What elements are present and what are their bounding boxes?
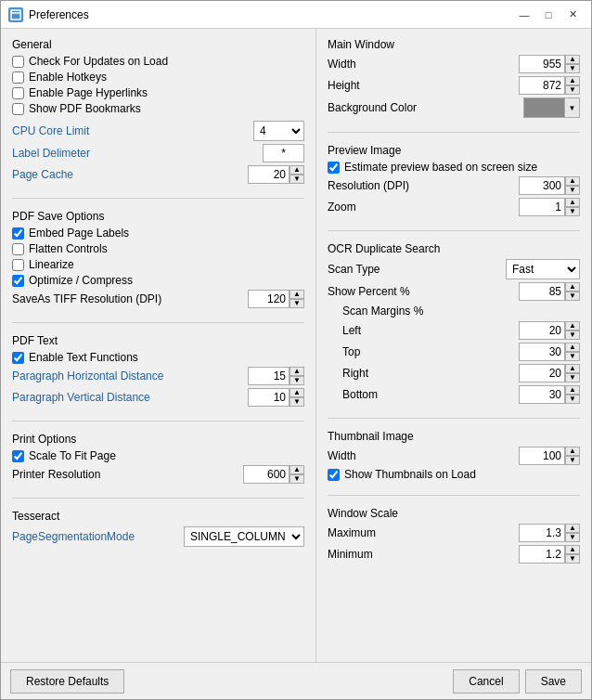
minimize-button[interactable]: — xyxy=(513,6,535,24)
margin-right-input[interactable] xyxy=(519,364,565,382)
saveas-tiff-down[interactable]: ▼ xyxy=(290,299,304,308)
cpu-core-select[interactable]: 4128 xyxy=(253,121,304,141)
enable-text-fn-checkbox[interactable] xyxy=(12,352,24,364)
thumb-width-input[interactable] xyxy=(519,447,565,465)
margin-top-spin: ▲ ▼ xyxy=(519,343,580,361)
ws-min-input[interactable] xyxy=(519,545,565,564)
para-horiz-input[interactable] xyxy=(248,367,290,385)
pi-resolution-down[interactable]: ▼ xyxy=(565,186,580,195)
margin-right-row: Right ▲ ▼ xyxy=(342,364,580,382)
page-cache-input[interactable] xyxy=(248,165,290,184)
cancel-button[interactable]: Cancel xyxy=(453,669,519,694)
para-horiz-up[interactable]: ▲ xyxy=(290,367,304,376)
show-percent-down[interactable]: ▼ xyxy=(565,292,580,301)
page-seg-label: PageSegmentationMode xyxy=(12,530,184,543)
margin-right-label: Right xyxy=(342,367,519,380)
ws-min-down[interactable]: ▼ xyxy=(565,554,580,564)
ws-max-input[interactable] xyxy=(519,524,565,542)
mw-height-down[interactable]: ▼ xyxy=(565,85,580,95)
save-button[interactable]: Save xyxy=(525,669,582,694)
mw-width-up[interactable]: ▲ xyxy=(565,55,580,64)
maximize-button[interactable]: □ xyxy=(537,6,560,24)
margin-right-down[interactable]: ▼ xyxy=(565,373,580,382)
pi-resolution-up[interactable]: ▲ xyxy=(565,176,580,186)
estimate-preview-checkbox[interactable] xyxy=(328,162,340,174)
show-thumbnails-checkbox[interactable] xyxy=(328,469,340,481)
optimize-checkbox[interactable] xyxy=(12,275,24,287)
title-bar: Preferences — □ ✕ xyxy=(1,1,591,29)
scale-fit-row: Scale To Fit Page xyxy=(12,449,304,462)
scan-type-dropdown[interactable]: FastNormalThorough xyxy=(506,259,580,279)
embed-labels-checkbox[interactable] xyxy=(12,227,24,240)
cpu-core-dropdown[interactable]: 4128 xyxy=(253,121,304,141)
svg-rect-0 xyxy=(11,10,20,19)
page-cache-down[interactable]: ▼ xyxy=(290,175,304,184)
printer-res-up[interactable]: ▲ xyxy=(290,465,304,474)
divider-4 xyxy=(12,498,304,499)
mw-width-down[interactable]: ▼ xyxy=(565,64,580,73)
margin-bottom-input[interactable] xyxy=(519,385,565,404)
ws-max-up[interactable]: ▲ xyxy=(565,524,580,533)
printer-res-input[interactable] xyxy=(243,465,290,484)
pi-zoom-down[interactable]: ▼ xyxy=(565,207,580,216)
saveas-tiff-up[interactable]: ▲ xyxy=(290,290,304,299)
margin-left-up[interactable]: ▲ xyxy=(565,321,580,331)
para-vert-input[interactable] xyxy=(248,388,290,407)
show-bookmarks-checkbox[interactable] xyxy=(12,103,24,115)
thumb-width-label: Width xyxy=(328,449,519,462)
bg-color-dropdown-btn[interactable]: ▼ xyxy=(565,97,580,118)
printer-res-spin: ▲ ▼ xyxy=(243,465,304,484)
margin-right-up[interactable]: ▲ xyxy=(565,364,580,373)
pi-zoom-up[interactable]: ▲ xyxy=(565,198,580,207)
bg-color-swatch[interactable] xyxy=(523,97,565,118)
thumb-width-up[interactable]: ▲ xyxy=(565,447,580,456)
check-updates-checkbox[interactable] xyxy=(12,56,24,68)
mw-height-input[interactable] xyxy=(519,76,565,95)
mw-width-spin: ▲ ▼ xyxy=(519,55,580,73)
restore-defaults-button[interactable]: Restore Defaults xyxy=(10,669,124,694)
mw-width-input[interactable] xyxy=(519,55,565,73)
thumb-width-down[interactable]: ▼ xyxy=(565,456,580,465)
page-seg-dropdown[interactable]: SINGLE_COLUMN AUTO SINGLE_BLOCK SINGLE_L… xyxy=(184,526,304,547)
margin-top-down[interactable]: ▼ xyxy=(565,352,580,361)
page-cache-row: Page Cache ▲ ▼ xyxy=(12,165,304,184)
enable-hyperlinks-checkbox[interactable] xyxy=(12,87,24,99)
margin-bottom-up[interactable]: ▲ xyxy=(565,385,580,395)
printer-res-down[interactable]: ▼ xyxy=(290,474,304,484)
show-percent-input[interactable] xyxy=(519,282,565,301)
margin-left-input[interactable] xyxy=(519,321,565,340)
scan-type-select[interactable]: FastNormalThorough xyxy=(506,259,580,279)
divider-2 xyxy=(12,322,304,323)
mw-height-up[interactable]: ▲ xyxy=(565,76,580,85)
margin-top-input[interactable] xyxy=(519,343,565,361)
linearize-checkbox[interactable] xyxy=(12,259,24,271)
margin-bottom-down[interactable]: ▼ xyxy=(565,395,580,404)
scale-fit-checkbox[interactable] xyxy=(12,450,24,462)
page-seg-select[interactable]: SINGLE_COLUMN AUTO SINGLE_BLOCK SINGLE_L… xyxy=(184,526,304,547)
enable-hotkeys-checkbox[interactable] xyxy=(12,71,24,84)
flatten-controls-checkbox[interactable] xyxy=(12,243,24,255)
show-percent-row: Show Percent % ▲ ▼ xyxy=(328,282,580,301)
pi-resolution-input[interactable] xyxy=(519,176,565,195)
ws-min-up[interactable]: ▲ xyxy=(565,545,580,554)
para-vert-down[interactable]: ▼ xyxy=(290,397,304,407)
enable-hyperlinks-label: Enable Page Hyperlinks xyxy=(29,86,148,99)
para-horiz-down[interactable]: ▼ xyxy=(290,376,304,385)
show-percent-up[interactable]: ▲ xyxy=(565,282,580,292)
margin-top-up[interactable]: ▲ xyxy=(565,343,580,352)
window-title: Preferences xyxy=(29,8,513,21)
margin-left-down[interactable]: ▼ xyxy=(565,331,580,340)
scale-fit-label: Scale To Fit Page xyxy=(29,449,116,462)
pdf-text-section: PDF Text Enable Text Functions Paragraph… xyxy=(12,334,304,409)
scan-margins-title: Scan Margins % xyxy=(328,305,580,318)
thumbnail-image-title: Thumbnail Image xyxy=(328,430,580,443)
bg-color-picker[interactable]: ▼ xyxy=(523,97,580,118)
ws-max-down[interactable]: ▼ xyxy=(565,533,580,542)
close-button[interactable]: ✕ xyxy=(561,6,584,24)
pi-zoom-input[interactable] xyxy=(519,198,565,216)
page-cache-up[interactable]: ▲ xyxy=(290,165,304,175)
para-horiz-label: Paragraph Horizontal Distance xyxy=(12,369,248,382)
label-delimeter-input[interactable] xyxy=(263,144,304,162)
para-vert-up[interactable]: ▲ xyxy=(290,388,304,397)
saveas-tiff-input[interactable] xyxy=(248,290,290,308)
